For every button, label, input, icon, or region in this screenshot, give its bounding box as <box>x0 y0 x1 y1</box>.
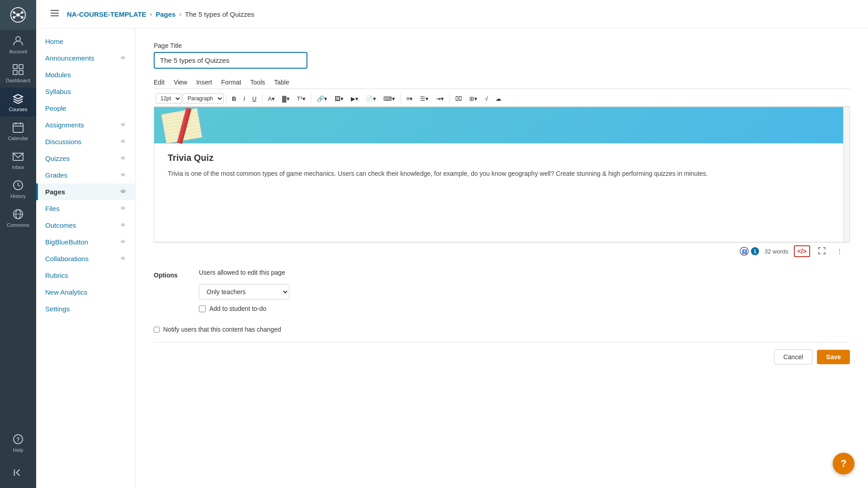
edit-permission-select[interactable]: Only teachers Teachers and Students Anyo… <box>199 284 289 300</box>
menu-edit[interactable]: Edit <box>154 79 165 86</box>
highlight-color-button[interactable]: ▓▾ <box>279 94 292 103</box>
editor-content-box[interactable]: Trivia Quiz Trivia is one of the most co… <box>154 107 850 242</box>
svg-point-10 <box>16 37 20 41</box>
student-todo-label[interactable]: Add to student to-do <box>209 305 266 312</box>
collapse-nav-button[interactable] <box>0 462 36 483</box>
editor-toolbar: 12pt10pt14pt18pt ParagraphHeading 1Headi… <box>154 91 850 107</box>
sidebar-item-calendar[interactable]: Calendar <box>0 117 36 145</box>
math-button[interactable]: √ <box>481 94 491 103</box>
app-logo[interactable] <box>0 0 36 30</box>
sidebar-item-history[interactable]: History <box>0 174 36 203</box>
footer-actions: Cancel Save <box>154 343 850 371</box>
breadcrumb-separator-2: › <box>179 10 181 18</box>
files-visibility-icon[interactable]: 👁 <box>120 205 126 212</box>
notify-row: Notify users that this content has chang… <box>154 326 850 343</box>
collaborations-visibility-icon[interactable]: 👁 <box>120 255 126 262</box>
left-navigation-rail: Account Dashboard Courses Calendar Inbox… <box>0 0 36 488</box>
menu-insert[interactable]: Insert <box>196 79 212 86</box>
font-size-select[interactable]: 12pt10pt14pt18pt <box>156 94 182 103</box>
cancel-button[interactable]: Cancel <box>774 349 813 365</box>
paragraph-style-select[interactable]: ParagraphHeading 1Heading 2 <box>183 94 224 103</box>
fullscreen-button[interactable] <box>816 246 828 257</box>
breadcrumb-section[interactable]: Pages <box>156 10 175 18</box>
nav-item-pages[interactable]: Pages 👁 <box>36 183 135 200</box>
menu-table[interactable]: Table <box>274 79 289 86</box>
discussions-visibility-icon[interactable]: 👁 <box>120 138 126 145</box>
editor-content-wrapper: Trivia Quiz Trivia is one of the most co… <box>154 107 850 260</box>
sidebar-item-commons[interactable]: Commons <box>0 203 36 232</box>
nav-item-discussions[interactable]: Discussions 👁 <box>36 133 135 150</box>
toolbar-separator-1 <box>226 94 226 103</box>
content-body-text: Trivia is one of the most common types o… <box>168 169 836 178</box>
nav-item-people[interactable]: People <box>36 100 135 117</box>
table-insert-button[interactable]: ⊞▾ <box>466 94 481 103</box>
indent-button[interactable]: ⇥▾ <box>433 94 447 103</box>
underline-button[interactable]: U <box>249 94 259 103</box>
nav-item-collaborations[interactable]: Collaborations 👁 <box>36 250 135 267</box>
menu-view[interactable]: View <box>174 79 187 86</box>
sidebar-item-dashboard[interactable]: Dashboard <box>0 59 36 88</box>
content-heading: Trivia Quiz <box>168 153 836 163</box>
html-source-button[interactable]: </> <box>794 245 810 257</box>
page-editor-area: Page Title Edit View Insert Format Tools… <box>136 28 868 488</box>
breadcrumb: NA-COURSE-TEMPLATE › Pages › The 5 types… <box>36 0 868 28</box>
outcomes-visibility-icon[interactable]: 👁 <box>120 222 126 229</box>
document-button[interactable]: 📄▾ <box>363 94 379 103</box>
bold-button[interactable]: B <box>229 94 239 103</box>
sidebar-item-inbox[interactable]: Inbox <box>0 145 36 174</box>
grades-visibility-icon[interactable]: 👁 <box>120 172 126 178</box>
page-title-input[interactable] <box>154 52 307 69</box>
nav-item-bigbluebutton[interactable]: BigBlueButton 👁 <box>36 234 135 250</box>
editor-scrollbar[interactable] <box>843 107 849 242</box>
italic-button[interactable]: I <box>240 94 248 103</box>
nav-item-modules[interactable]: Modules <box>36 66 135 83</box>
svg-rect-15 <box>13 123 23 132</box>
notify-checkbox[interactable] <box>154 327 160 333</box>
image-button[interactable]: 🖼▾ <box>331 94 347 103</box>
nav-item-rubrics[interactable]: Rubrics <box>36 267 135 284</box>
nav-item-syllabus[interactable]: Syllabus <box>36 83 135 100</box>
sidebar-item-courses[interactable]: Courses <box>0 88 36 117</box>
nav-item-files[interactable]: Files 👁 <box>36 200 135 217</box>
svg-rect-13 <box>13 70 17 75</box>
menu-tools[interactable]: Tools <box>250 79 265 86</box>
cloud-button[interactable]: ☁ <box>492 94 505 103</box>
nav-item-announcements[interactable]: Announcements 👁 <box>36 50 135 66</box>
bigbluebutton-visibility-icon[interactable]: 👁 <box>120 239 126 245</box>
menu-format[interactable]: Format <box>221 79 241 86</box>
media-button[interactable]: ▶▾ <box>348 94 362 103</box>
sidebar-item-account[interactable]: Account <box>0 30 36 59</box>
sidebar-item-help[interactable]: ? Help <box>0 428 36 457</box>
nav-item-quizzes[interactable]: Quizzes 👁 <box>36 150 135 167</box>
svg-text:♿: ♿ <box>742 249 747 254</box>
nav-item-home[interactable]: Home <box>36 33 135 50</box>
announcements-visibility-icon[interactable]: 👁 <box>120 55 126 61</box>
nav-item-settings[interactable]: Settings <box>36 300 135 317</box>
more-options-button[interactable]: ⋮ <box>834 246 845 256</box>
accessibility-badge: 1 <box>751 247 759 255</box>
save-button[interactable]: Save <box>817 350 850 364</box>
assignments-visibility-icon[interactable]: 👁 <box>120 122 126 128</box>
help-fab-button[interactable]: ? <box>833 453 854 474</box>
align-button[interactable]: ≡▾ <box>403 94 416 103</box>
superscript-button[interactable]: T²▾ <box>294 94 309 103</box>
link-button[interactable]: 🔗▾ <box>314 94 330 103</box>
embed-button[interactable]: ⌨▾ <box>380 94 398 103</box>
nav-item-assignments[interactable]: Assignments 👁 <box>36 117 135 133</box>
notify-label[interactable]: Notify users that this content has chang… <box>163 326 281 333</box>
options-label: Options <box>154 269 190 279</box>
nav-item-grades[interactable]: Grades 👁 <box>36 167 135 183</box>
clear-format-button[interactable]: ⌧ <box>452 94 465 103</box>
hamburger-menu-icon[interactable] <box>50 8 60 20</box>
student-todo-checkbox[interactable] <box>199 305 206 312</box>
nav-item-outcomes[interactable]: Outcomes 👁 <box>36 217 135 234</box>
quizzes-visibility-icon[interactable]: 👁 <box>120 155 126 162</box>
editor-status-bar: ♿ 1 32 words </> ⋮ <box>154 242 850 260</box>
accessibility-check[interactable]: ♿ 1 <box>739 246 759 256</box>
pages-visibility-icon[interactable]: 👁 <box>120 188 126 195</box>
nav-item-new-analytics[interactable]: New Analytics <box>36 284 135 300</box>
breadcrumb-course[interactable]: NA-COURSE-TEMPLATE <box>67 10 146 18</box>
font-color-button[interactable]: A▾ <box>264 94 278 103</box>
toolbar-separator-2 <box>262 94 262 103</box>
list-button[interactable]: ☰▾ <box>417 94 432 103</box>
